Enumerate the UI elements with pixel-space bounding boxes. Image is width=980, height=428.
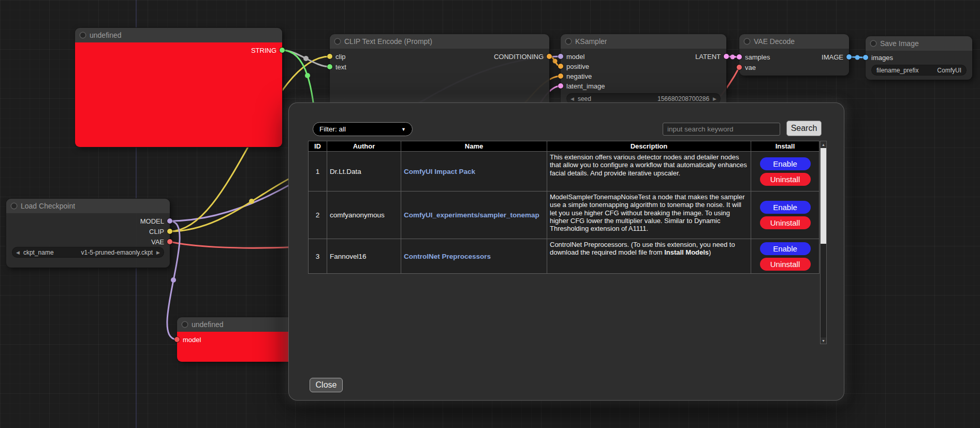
clip-input-slot[interactable]: clip: [327, 52, 346, 61]
search-input[interactable]: [663, 123, 780, 136]
slot-label: VAE: [151, 238, 164, 246]
collapse-dot-icon[interactable]: [871, 41, 876, 46]
vae-output-slot[interactable]: VAE: [151, 237, 172, 246]
extension-name-cell: ControlNet Preprocessors: [401, 239, 547, 274]
search-button[interactable]: Search: [786, 121, 822, 136]
extension-author: Dr.Lt.Data: [327, 152, 401, 191]
model-input-slot[interactable]: model: [558, 52, 584, 61]
model-port-icon[interactable]: [558, 54, 563, 59]
model-output-slot[interactable]: MODEL: [140, 216, 172, 226]
negative-input-slot[interactable]: negative: [558, 71, 592, 81]
extension-description: This extension offers various detector n…: [547, 152, 751, 191]
extension-id: 3: [309, 239, 327, 274]
extension-link[interactable]: ComfyUI_experiments/sampler_tonemap: [404, 211, 539, 219]
samples-input-slot[interactable]: samples: [737, 52, 770, 62]
extensions-table-wrap: IDAuthorNameDescriptionInstall 1Dr.Lt.Da…: [308, 141, 819, 274]
latent-port-icon[interactable]: [737, 54, 742, 60]
latent-port-icon[interactable]: [558, 83, 563, 88]
close-button[interactable]: Close: [310, 378, 343, 392]
column-header-description: Description: [547, 141, 751, 152]
model-input-slot[interactable]: model: [174, 335, 201, 344]
filter-select[interactable]: Filter: all ▼: [313, 122, 413, 136]
table-header-row: IDAuthorNameDescriptionInstall: [309, 141, 820, 152]
vae-input-slot[interactable]: vae: [737, 63, 756, 72]
node-ksampler[interactable]: KSampler model positive negative latent_…: [561, 34, 726, 111]
latent-port-icon[interactable]: [724, 54, 729, 59]
string-port-icon[interactable]: [327, 64, 332, 69]
slot-label: text: [335, 63, 346, 71]
model-port-icon[interactable]: [167, 218, 172, 224]
collapse-dot-icon[interactable]: [335, 39, 340, 44]
collapse-dot-icon[interactable]: [182, 322, 187, 327]
image-port-icon[interactable]: [863, 55, 868, 60]
slot-label: clip: [335, 53, 346, 61]
clip-port-icon[interactable]: [327, 54, 332, 59]
extension-link[interactable]: ControlNet Preprocessors: [404, 253, 491, 260]
text-input-slot[interactable]: text: [327, 62, 346, 71]
conditioning-port-icon[interactable]: [558, 64, 563, 69]
decrement-arrow-icon[interactable]: ◀: [571, 96, 574, 101]
node-title-bar[interactable]: Load Checkpoint: [6, 199, 170, 213]
node-title: undefined: [90, 31, 122, 39]
uninstall-button[interactable]: Uninstall: [760, 173, 811, 186]
vae-port-icon[interactable]: [737, 65, 742, 70]
slot-label: LATENT: [695, 53, 721, 61]
uninstall-button[interactable]: Uninstall: [760, 216, 811, 229]
latent-image-input-slot[interactable]: latent_image: [558, 81, 605, 91]
conditioning-port-icon[interactable]: [558, 73, 563, 79]
decrement-arrow-icon[interactable]: ◀: [16, 250, 20, 255]
clip-port-icon[interactable]: [167, 229, 172, 234]
node-canvas[interactable]: undefined STRING CLIP Text Encode (Promp…: [0, 0, 980, 428]
collapse-dot-icon[interactable]: [80, 33, 85, 38]
node-title-bar[interactable]: Save Image: [866, 36, 972, 51]
scrollbar[interactable]: ▲ ▼: [820, 141, 827, 344]
column-header-install: Install: [751, 141, 820, 152]
extension-row: 2comfyanonymousComfyUI_experiments/sampl…: [309, 191, 820, 239]
model-port-icon[interactable]: [174, 337, 180, 342]
node-undefined-top[interactable]: undefined STRING: [75, 28, 282, 147]
node-load-checkpoint[interactable]: Load Checkpoint MODEL CLIP VAE ◀ ckpt_na…: [6, 199, 170, 268]
seed-widget[interactable]: ◀ seed 156680208700286 ▶: [567, 94, 720, 104]
string-output-slot[interactable]: STRING: [251, 46, 285, 55]
string-port-icon[interactable]: [280, 48, 285, 53]
collapse-dot-icon[interactable]: [744, 39, 750, 44]
extension-link[interactable]: ComfyUI Impact Pack: [404, 168, 475, 175]
vae-port-icon[interactable]: [167, 239, 172, 244]
collapse-dot-icon[interactable]: [11, 203, 17, 209]
slot-label: latent_image: [566, 82, 605, 90]
scrollbar-thumb[interactable]: [821, 148, 826, 244]
positive-input-slot[interactable]: positive: [558, 62, 589, 71]
node-vae-decode[interactable]: VAE Decode samples vae IMAGE: [739, 34, 849, 76]
node-title-bar[interactable]: KSampler: [561, 34, 726, 49]
conditioning-output-slot[interactable]: CONDITIONING: [494, 52, 552, 61]
node-title-bar[interactable]: undefined: [75, 28, 282, 42]
enable-button[interactable]: Enable: [760, 157, 811, 170]
enable-button[interactable]: Enable: [760, 242, 811, 255]
ckpt-name-widget[interactable]: ◀ ckpt_name v1-5-pruned-emaonly.ckpt ▶: [12, 247, 164, 257]
conditioning-port-icon[interactable]: [547, 54, 552, 59]
collapse-dot-icon[interactable]: [566, 39, 571, 44]
scroll-up-icon[interactable]: ▲: [821, 141, 826, 147]
image-output-slot[interactable]: IMAGE: [822, 52, 852, 62]
image-port-icon[interactable]: [846, 54, 852, 60]
slot-label: negative: [566, 72, 592, 80]
enable-button[interactable]: Enable: [760, 201, 811, 214]
widget-label: seed: [578, 95, 591, 102]
node-title-bar[interactable]: CLIP Text Encode (Prompt): [330, 34, 549, 49]
node-title: KSampler: [575, 37, 607, 46]
extension-row: 3Fannovel16ControlNet PreprocessorsContr…: [309, 239, 820, 274]
node-title-bar[interactable]: VAE Decode: [739, 34, 849, 49]
node-save-image[interactable]: Save Image images filename_prefix ComfyU…: [866, 36, 972, 80]
node-title: undefined: [192, 320, 224, 329]
increment-arrow-icon[interactable]: ▶: [713, 96, 716, 101]
images-input-slot[interactable]: images: [863, 53, 893, 62]
latent-output-slot[interactable]: LATENT: [695, 52, 729, 61]
filter-selected-label: Filter: all: [319, 125, 346, 133]
extension-install-cell: EnableUninstall: [751, 152, 820, 191]
clip-output-slot[interactable]: CLIP: [149, 227, 172, 236]
uninstall-button[interactable]: Uninstall: [760, 258, 811, 271]
increment-arrow-icon[interactable]: ▶: [156, 250, 160, 255]
widget-label: ckpt_name: [23, 249, 54, 256]
scroll-down-icon[interactable]: ▼: [821, 337, 826, 344]
filename-prefix-widget[interactable]: filename_prefix ComfyUI: [872, 65, 966, 75]
